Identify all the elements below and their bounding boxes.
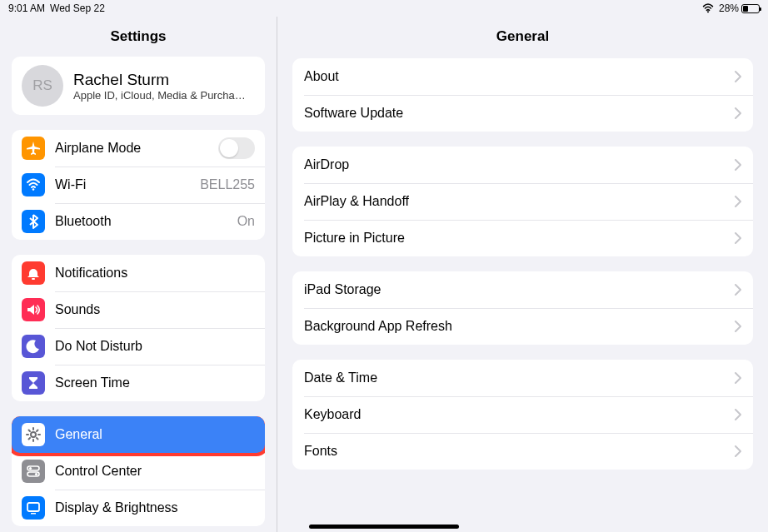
moon-icon (22, 335, 45, 358)
bluetooth-value: On (237, 214, 255, 229)
sidebar-item-label: Wi-Fi (55, 177, 190, 192)
root-window: 9:01 AM Wed Sep 22 28% Settings RS Rache… (0, 0, 768, 532)
sidebar-item-label: Notifications (55, 266, 255, 281)
battery-icon (741, 4, 760, 13)
chevron-right-icon (735, 445, 741, 457)
battery-indicator: 28% (719, 2, 760, 14)
wifi-status-icon (702, 2, 714, 14)
detail-row-label: AirDrop (304, 157, 735, 172)
profile-name: Rachel Sturm (73, 71, 246, 89)
sidebar-item-sounds[interactable]: Sounds (12, 291, 265, 328)
detail-row-airdrop[interactable]: AirDrop (292, 147, 753, 183)
chevron-right-icon (735, 196, 741, 207)
airplane-toggle[interactable] (218, 137, 255, 159)
sidebar-item-controlcenter[interactable]: Control Center (12, 453, 265, 490)
sidebar-item-notifications[interactable]: Notifications (12, 255, 265, 291)
chevron-right-icon (735, 284, 741, 296)
detail-section: AirDropAirPlay & HandoffPicture in Pictu… (292, 147, 753, 256)
detail-row-label: Keyboard (304, 407, 735, 422)
sidebar-item-dnd[interactable]: Do Not Disturb (12, 328, 265, 365)
detail-row-background-refresh[interactable]: Background App Refresh (292, 308, 753, 345)
detail-row-label: Software Update (304, 106, 735, 121)
sidebar-item-label: Display & Brightness (55, 500, 255, 515)
status-right: 28% (702, 2, 760, 14)
sidebar-item-screentime[interactable]: Screen Time (12, 365, 265, 401)
chevron-right-icon (735, 159, 741, 171)
chevron-right-icon (735, 71, 741, 82)
detail-scroll[interactable]: AboutSoftware UpdateAirDropAirPlay & Han… (277, 57, 768, 532)
home-indicator[interactable] (309, 525, 459, 529)
detail-section: iPad StorageBackground App Refresh (292, 271, 753, 345)
profile-subtitle: Apple ID, iCloud, Media & Purcha… (73, 89, 246, 102)
chevron-right-icon (735, 409, 741, 420)
sidebar-item-wifi[interactable]: Wi-FiBELL255 (12, 167, 265, 203)
profile-text: Rachel Sturm Apple ID, iCloud, Media & P… (73, 71, 246, 102)
detail-row-about[interactable]: About (292, 58, 753, 95)
general-group: GeneralControl CenterDisplay & Brightnes… (12, 416, 265, 526)
switches-icon (22, 460, 45, 483)
status-time: 9:01 AM (8, 2, 45, 14)
settings-sidebar: Settings RS Rachel Sturm Apple ID, iClou… (0, 17, 277, 532)
gear-icon (22, 423, 45, 446)
detail-row-label: About (304, 69, 735, 84)
bell-icon (22, 261, 45, 285)
detail-row-date-time[interactable]: Date & Time (292, 360, 753, 396)
profile-row[interactable]: RS Rachel Sturm Apple ID, iCloud, Media … (12, 57, 265, 115)
bluetooth-icon (22, 210, 45, 233)
airplane-icon (22, 137, 45, 160)
sidebar-item-display[interactable]: Display & Brightness (12, 490, 265, 526)
detail-row-software-update[interactable]: Software Update (292, 95, 753, 132)
sidebar-item-label: Bluetooth (55, 214, 227, 229)
sidebar-item-label: Control Center (55, 464, 255, 479)
wifi-value: BELL255 (200, 177, 255, 192)
sidebar-item-label: Sounds (55, 302, 255, 317)
speaker-icon (22, 298, 45, 321)
chevron-right-icon (735, 232, 741, 244)
detail-row-label: Fonts (304, 444, 735, 459)
detail-row-keyboard[interactable]: Keyboard (292, 396, 753, 433)
detail-row-label: AirPlay & Handoff (304, 194, 735, 209)
status-date: Wed Sep 22 (50, 2, 105, 14)
connectivity-group: Airplane ModeWi-FiBELL255BluetoothOn (12, 130, 265, 240)
detail-row-label: iPad Storage (304, 282, 735, 297)
detail-row-label: Background App Refresh (304, 319, 735, 334)
detail-row-ipad-storage[interactable]: iPad Storage (292, 271, 753, 308)
sidebar-item-bluetooth[interactable]: BluetoothOn (12, 203, 265, 240)
detail-row-airplay-handoff[interactable]: AirPlay & Handoff (292, 183, 753, 220)
sidebar-item-label: Airplane Mode (55, 141, 208, 156)
notifications-group: NotificationsSoundsDo Not DisturbScreen … (12, 255, 265, 401)
sidebar-title: Settings (0, 17, 277, 57)
chevron-right-icon (735, 107, 741, 119)
detail-row-pip[interactable]: Picture in Picture (292, 220, 753, 256)
chevron-right-icon (735, 321, 741, 332)
sidebar-item-general[interactable]: General (12, 416, 265, 453)
wifi-icon (22, 173, 45, 196)
status-left: 9:01 AM Wed Sep 22 (8, 2, 105, 14)
sidebar-item-label: Do Not Disturb (55, 339, 255, 354)
sidebar-item-airplane[interactable]: Airplane Mode (12, 130, 265, 167)
display-icon (22, 496, 45, 520)
split-view: Settings RS Rachel Sturm Apple ID, iClou… (0, 17, 768, 532)
sidebar-scroll[interactable]: RS Rachel Sturm Apple ID, iCloud, Media … (0, 57, 277, 532)
profile-card[interactable]: RS Rachel Sturm Apple ID, iCloud, Media … (12, 57, 265, 115)
detail-section: AboutSoftware Update (292, 58, 753, 132)
detail-title: General (277, 17, 768, 57)
detail-row-label: Date & Time (304, 370, 735, 385)
detail-section: Date & TimeKeyboardFonts (292, 360, 753, 470)
battery-percent: 28% (719, 2, 739, 14)
detail-row-label: Picture in Picture (304, 231, 735, 246)
avatar: RS (22, 65, 63, 107)
detail-pane: General AboutSoftware UpdateAirDropAirPl… (277, 17, 768, 532)
status-bar: 9:01 AM Wed Sep 22 28% (0, 0, 768, 17)
sidebar-item-label: Screen Time (55, 375, 255, 390)
chevron-right-icon (735, 372, 741, 384)
detail-row-fonts[interactable]: Fonts (292, 433, 753, 470)
hourglass-icon (22, 371, 45, 395)
sidebar-item-label: General (55, 427, 255, 442)
